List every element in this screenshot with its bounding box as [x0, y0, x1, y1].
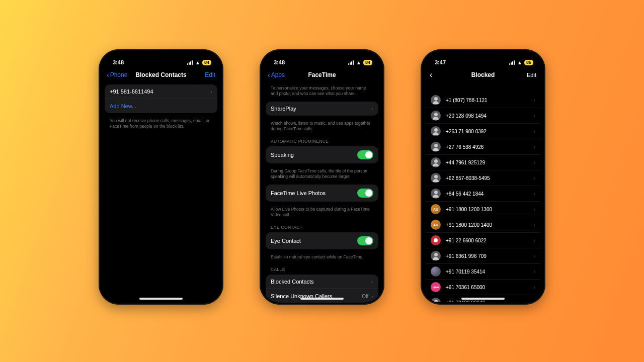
back-button[interactable]: ‹ Phone	[107, 71, 127, 78]
eye-contact-header: EYE CONTACT	[266, 222, 378, 231]
blocked-entry[interactable]: +91 22 6600 6022›	[426, 232, 540, 248]
cellular-icon	[348, 60, 354, 65]
blocked-entry[interactable]: +91 581-6611494 ›	[105, 84, 217, 99]
chevron-right-icon: ›	[534, 222, 535, 228]
wifi-icon: ▲	[517, 60, 522, 65]
chevron-right-icon: ›	[534, 98, 535, 103]
nav-bar: ‹ Apps FaceTime	[262, 68, 382, 83]
blocked-entry[interactable]: +27 76 538 4926›	[426, 139, 540, 154]
chevron-right-icon: ›	[534, 253, 535, 259]
shareplay-row[interactable]: SharePlay ›	[266, 102, 378, 116]
blocked-entry[interactable]: +62 857-8038-5495›	[426, 170, 540, 186]
eye-contact-row: Eye Contact	[266, 232, 378, 249]
battery-icon: 84	[363, 60, 372, 65]
blocked-number: +91 22 6600 6022	[446, 238, 529, 243]
phone-blocked-contacts: 3:48 ▲ 84 ‹ Phone Blocked Contacts Edit	[99, 49, 223, 305]
notch	[140, 54, 182, 65]
battery-icon: 85	[524, 60, 533, 65]
blocked-entry[interactable]: open+91 70361 65000›	[426, 279, 540, 295]
back-button[interactable]: ‹ Apps	[268, 71, 285, 78]
blocked-entry[interactable]: +1 (807) 788-1121›	[426, 93, 540, 108]
speaking-label: Speaking	[271, 152, 294, 158]
phone-blocked-list: 3:47 ▲ 85 ‹ Blocked Edit +1 (807) 788-11…	[421, 49, 545, 305]
silence-unknown-row[interactable]: Silence Unknown Callers Off ›	[266, 289, 378, 303]
battery-icon: 84	[202, 60, 211, 65]
chevron-right-icon: ›	[534, 269, 535, 275]
blocked-entry[interactable]: +91 6361 996 709›	[426, 248, 540, 263]
chevron-right-icon: ›	[534, 175, 535, 181]
add-new-button[interactable]: Add New...	[105, 99, 217, 113]
eye-contact-toggle[interactable]	[357, 236, 373, 245]
nav-bar: ‹ Phone Blocked Contacts Edit	[101, 68, 221, 83]
blocked-entry[interactable]: +263 71 980 0392›	[426, 123, 540, 139]
notch	[462, 54, 504, 65]
avatar	[431, 235, 441, 245]
avatar	[431, 157, 441, 167]
avatar	[431, 266, 441, 277]
back-label: Phone	[110, 71, 128, 78]
add-new-label: Add New...	[110, 103, 136, 109]
chevron-right-icon: ›	[534, 144, 535, 150]
chevron-right-icon: ›	[534, 285, 535, 290]
phone-lineup: 3:48 ▲ 84 ‹ Phone Blocked Contacts Edit	[0, 0, 644, 305]
live-photos-toggle[interactable]	[357, 189, 373, 198]
avatar	[431, 173, 441, 183]
blocked-number: +91 1800 1200 1300	[446, 207, 529, 212]
chevron-right-icon: ›	[534, 191, 535, 197]
wifi-icon: ▲	[195, 60, 200, 65]
home-indicator[interactable]	[139, 298, 183, 300]
chevron-right-icon: ›	[534, 160, 535, 165]
chevron-left-icon: ‹	[268, 71, 270, 78]
eye-contact-label: Eye Contact	[271, 238, 301, 244]
blocked-number: +20 128 098 1494	[446, 113, 529, 119]
blocked-number: +44 7961 925129	[446, 160, 529, 165]
home-indicator[interactable]	[300, 298, 344, 300]
blocked-number: +84 56 442 1844	[446, 191, 529, 197]
blocked-number: +263 71 980 0392	[446, 129, 529, 134]
avatar	[431, 298, 441, 302]
chevron-right-icon: ›	[534, 129, 535, 134]
edit-button[interactable]: Edit	[205, 71, 215, 78]
live-photos-footer: Allow Live Photos to be captured during …	[266, 205, 378, 222]
blocked-entry[interactable]: +91 70119 35414›	[426, 263, 540, 279]
chevron-left-icon: ‹	[107, 71, 109, 78]
home-indicator[interactable]	[461, 298, 505, 300]
back-button[interactable]: ‹	[430, 70, 432, 79]
silence-value: Off	[362, 294, 368, 299]
blocked-contacts-label: Blocked Contacts	[271, 279, 314, 285]
avatar	[431, 251, 441, 261]
chevron-right-icon: ›	[371, 293, 373, 299]
blocked-entry[interactable]: AU+91 1800 1200 1300›	[426, 201, 540, 217]
blocked-list: +1 (807) 788-1121›+20 128 098 1494›+263 …	[423, 82, 543, 302]
blocked-number: +1 (807) 788-1121	[446, 98, 529, 103]
blocked-number: +62 857-8038-5495	[446, 175, 529, 181]
shareplay-label: SharePlay	[271, 106, 296, 112]
avatar	[431, 126, 441, 136]
blocked-footer-text: You will not receive phone calls, messag…	[105, 116, 217, 133]
blocked-number: +27 76 538 4926	[446, 144, 529, 150]
avatar	[431, 95, 441, 105]
personalize-footer: To personalize your messages, choose you…	[266, 83, 378, 101]
blocked-entry[interactable]: AU+91 1800 1200 1400›	[426, 217, 540, 232]
status-time: 3:48	[274, 59, 285, 65]
speaking-row: Speaking	[266, 146, 378, 163]
live-photos-row: FaceTime Live Photos	[266, 185, 378, 202]
notch	[301, 54, 343, 65]
blocked-number: +91 70119 35414	[446, 269, 529, 275]
blocked-entry[interactable]: +84 56 442 1844›	[426, 186, 540, 201]
blocked-entry[interactable]: +20 128 098 1494›	[426, 108, 540, 123]
chevron-right-icon: ›	[534, 300, 535, 302]
blocked-number: +91 70489 86946	[446, 300, 529, 302]
blocked-contacts-row[interactable]: Blocked Contacts ›	[266, 275, 378, 289]
cellular-icon	[509, 60, 515, 65]
status-time: 3:48	[113, 59, 124, 65]
blocked-number: +91 1800 1200 1400	[446, 222, 529, 228]
blocked-number: +91 6361 996 709	[446, 253, 529, 259]
speaking-toggle[interactable]	[357, 150, 373, 159]
back-label: Apps	[271, 71, 285, 78]
chevron-right-icon: ›	[534, 238, 535, 243]
blocked-entry[interactable]: +44 7961 925129›	[426, 154, 540, 170]
avatar: AU	[431, 204, 441, 214]
edit-button[interactable]: Edit	[527, 72, 536, 78]
nav-title: Blocked	[423, 71, 543, 78]
